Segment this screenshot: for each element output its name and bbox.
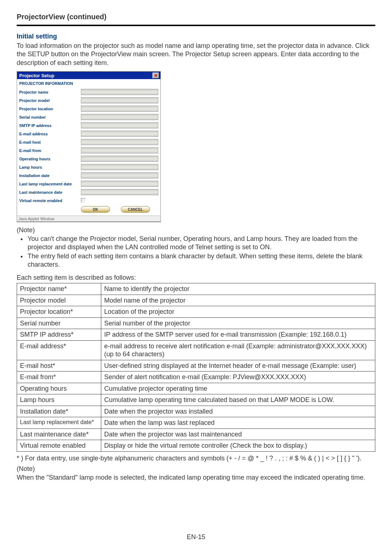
settings-table: Projector name*Name to identify the proj… — [17, 283, 375, 452]
input-serial-number[interactable] — [81, 114, 158, 120]
input-projector-name[interactable] — [81, 89, 158, 95]
label-email-from: E-mail from — [19, 148, 81, 153]
label-last-maintenance: Last maintenance date — [19, 190, 81, 194]
label-lamp-hours: Lamp hours — [19, 165, 81, 169]
note-heading: (Note) — [17, 226, 375, 234]
setting-desc: IP address of the SMTP server used for e… — [101, 329, 375, 341]
setting-name: Last lamp replacement date* — [17, 417, 101, 429]
footnote: * ) For data entry, use single-byte alph… — [17, 455, 375, 462]
input-projector-location[interactable] — [81, 106, 158, 112]
setting-name: E-mail host* — [17, 360, 101, 372]
table-row: Operating hoursCumulative projector oper… — [17, 383, 375, 394]
label-projector-location: Projector location — [19, 107, 81, 111]
setting-desc: Location of the projector — [101, 306, 375, 318]
input-lamp-hours[interactable] — [81, 164, 158, 170]
dialog-statusbar: Java Applet Window — [17, 216, 160, 222]
label-email-host: E-mail host — [19, 140, 81, 144]
divider — [17, 25, 375, 26]
setting-desc: Sender of alert notification e-mail (Exa… — [101, 372, 375, 383]
label-projector-model: Projector model — [19, 98, 81, 103]
input-last-lamp-replace[interactable] — [81, 181, 158, 187]
setting-name: Virtual remote enabled — [17, 440, 101, 452]
setting-desc: Name to identify the projector — [101, 283, 375, 295]
note-item: The entry field of each setting item con… — [27, 252, 375, 269]
setting-desc: Serial number of the projector — [101, 317, 375, 329]
section-heading: Initial setting — [17, 33, 375, 40]
table-row: E-mail address*e-mail address to receive… — [17, 340, 375, 360]
label-last-lamp-replace: Last lamp replacement date — [19, 182, 81, 186]
setting-desc: User-defined string displayed at the Int… — [101, 360, 375, 372]
table-row: Installation date*Date when the projecto… — [17, 406, 375, 417]
setting-name: E-mail address* — [17, 340, 101, 360]
setting-desc: Date when the projector was last mainten… — [101, 428, 375, 440]
table-row: SMTP IP address*IP address of the SMTP s… — [17, 329, 375, 341]
label-projector-name: Projector name — [19, 90, 81, 94]
label-serial-number: Serial number — [19, 115, 81, 119]
cancel-button[interactable]: CANCEL — [121, 206, 150, 213]
input-installation-date[interactable] — [81, 172, 158, 178]
table-row: Lamp hoursCumulative lamp operating time… — [17, 394, 375, 406]
label-smtp-ip: SMTP IP address — [19, 123, 81, 128]
input-last-maintenance[interactable] — [81, 189, 158, 195]
dialog-body: PROJECTOR INFORMATION Projector name Pro… — [17, 79, 160, 216]
page-title: ProjectorView (continued) — [17, 13, 375, 21]
setting-desc: Cumulative lamp operating time calculate… — [101, 394, 375, 406]
setting-desc: Date when the lamp was last replaced — [101, 417, 375, 429]
note-text-2: When the "Standard" lamp mode is selecte… — [17, 473, 375, 482]
input-smtp-ip[interactable] — [81, 122, 158, 128]
note-heading-2: (Note) — [17, 465, 375, 473]
checkbox-virtual-remote[interactable] — [81, 198, 86, 203]
table-row: Virtual remote enabledDisplay or hide th… — [17, 440, 375, 452]
projector-setup-dialog: Projector Setup ✕ PROJECTOR INFORMATION … — [17, 71, 161, 222]
dialog-title-text: Projector Setup — [19, 73, 54, 78]
close-icon: ✕ — [154, 73, 158, 78]
dialog-titlebar: Projector Setup ✕ — [17, 72, 160, 79]
table-intro: Each setting item is described as follow… — [17, 274, 375, 282]
table-row: Last lamp replacement date*Date when the… — [17, 417, 375, 429]
table-row: Serial numberSerial number of the projec… — [17, 317, 375, 329]
setting-desc: Date when the projector was installed — [101, 406, 375, 417]
note-item: You can't change the Projector model, Se… — [27, 235, 375, 251]
setting-name: SMTP IP address* — [17, 329, 101, 341]
table-row: Projector name*Name to identify the proj… — [17, 283, 375, 295]
table-row: E-mail from*Sender of alert notification… — [17, 372, 375, 383]
setting-name: Operating hours — [17, 383, 101, 394]
label-email-address: E-mail address — [19, 132, 81, 136]
note-list: You can't change the Projector model, Se… — [17, 235, 375, 269]
intro-paragraph: To load information on the projector suc… — [17, 42, 375, 67]
input-email-from[interactable] — [81, 147, 158, 153]
table-row: Last maintenance date*Date when the proj… — [17, 428, 375, 440]
page-number: EN-15 — [0, 533, 392, 541]
label-virtual-remote: Virtual remote enabled — [19, 198, 81, 203]
setting-desc: e-mail address to receive alert notifica… — [101, 340, 375, 360]
setting-name: Projector model — [17, 295, 101, 306]
input-email-host[interactable] — [81, 139, 158, 145]
setting-name: Installation date* — [17, 406, 101, 417]
close-button[interactable]: ✕ — [152, 73, 159, 78]
setting-name: E-mail from* — [17, 372, 101, 383]
setting-name: Lamp hours — [17, 394, 101, 406]
setting-desc: Model name of the projector — [101, 295, 375, 306]
input-email-address[interactable] — [81, 131, 158, 137]
table-row: E-mail host*User-defined string displaye… — [17, 360, 375, 372]
setting-name: Serial number — [17, 317, 101, 329]
label-installation-date: Installation date — [19, 173, 81, 178]
setting-desc: Cumulative projector operating time — [101, 383, 375, 394]
setting-name: Last maintenance date* — [17, 428, 101, 440]
ok-button[interactable]: OK — [81, 206, 110, 213]
input-projector-model[interactable] — [81, 97, 158, 103]
setting-desc: Display or hide the virtual remote contr… — [101, 440, 375, 452]
input-operating-hours[interactable] — [81, 156, 158, 162]
table-row: Projector modelModel name of the project… — [17, 295, 375, 306]
label-operating-hours: Operating hours — [19, 157, 81, 161]
setting-name: Projector name* — [17, 283, 101, 295]
dialog-section-label: PROJECTOR INFORMATION — [19, 81, 158, 86]
setting-name: Projector location* — [17, 306, 101, 318]
table-row: Projector location*Location of the proje… — [17, 306, 375, 318]
